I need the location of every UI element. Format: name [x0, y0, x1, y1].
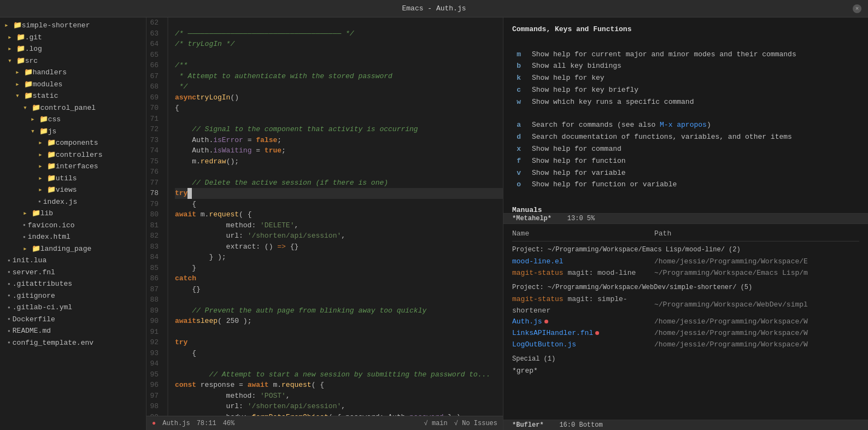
buffer-path: /home/jessie/Programming/Workspace/W [654, 328, 859, 339]
line-number-95: 95 [146, 369, 163, 380]
code-line-62 [175, 17, 503, 28]
sidebar-item-label: landing_page [40, 244, 92, 255]
buffer-item[interactable]: magit-status magit: mood-line~/Programmi… [512, 268, 859, 279]
code-line-98: url: '/shorten/api/session', [175, 401, 503, 412]
line-number-64: 64 [146, 39, 163, 50]
sidebar-item-modules[interactable]: ▸ 📁 modules [0, 79, 146, 91]
sidebar-item-favicon[interactable]: ● favicon.ico [0, 220, 146, 232]
sidebar-item-dockerfile[interactable]: ● Dockerfile [0, 314, 146, 326]
help-key: v [512, 168, 521, 179]
help-key: m [512, 49, 521, 61]
sidebar-item-label: components [56, 138, 98, 149]
sidebar-item-label: lib [40, 208, 53, 219]
buffer-item[interactable]: *grep* [512, 366, 859, 377]
sidebar-item-simple-shortener[interactable]: ▸ 📁 simple-shortener [0, 20, 146, 32]
sidebar-item-control_panel[interactable]: ▾ 📁 control_panel [0, 102, 146, 114]
line-number-78: 78 [146, 188, 163, 199]
metahelp-bar: *Metahelp* 13:0 5% [503, 213, 868, 224]
buffer-name: Auth.js [512, 317, 542, 326]
cursor [187, 188, 192, 199]
sidebar-item-git[interactable]: ▸ 📁 .git [0, 32, 146, 44]
sidebar-item-log[interactable]: ▸ 📁 .log [0, 43, 146, 55]
buffer-item[interactable]: magit-status magit: simple-shortener~/Pr… [512, 294, 859, 317]
line-number-90: 90 [146, 316, 163, 327]
sidebar-item-interfaces[interactable]: ▸ 📁 interfaces [0, 161, 146, 173]
sidebar-item-server-fnl[interactable]: ● server.fnl [0, 267, 146, 279]
sidebar-item-css[interactable]: ▸ 📁 css [0, 114, 146, 126]
sidebar-item-landing_page[interactable]: ▸ 📁 landing_page [0, 243, 146, 255]
code-line-81: method: 'DELETE', [175, 220, 503, 231]
folder-expanded-icon: ▾ 📁 [23, 103, 40, 114]
help-key: f [512, 156, 521, 167]
file-icon: ● [23, 234, 26, 240]
code-line-63: /* ———————————————————————————————————— … [175, 28, 503, 39]
help-row: kShow help for key [512, 73, 859, 84]
folder-icon: ▸ 📁 [38, 150, 56, 161]
help-key: x [512, 144, 521, 155]
editor-pane: 6263646566676869707172737475767778798081… [146, 17, 503, 430]
buffer-name-header: Name [512, 228, 654, 240]
buffer-item[interactable]: LinksAPIHandler.fnl/home/jessie/Programm… [512, 328, 859, 339]
buffer-name: mood-line.el [512, 257, 564, 266]
buffer-name: *grep* [512, 367, 538, 375]
status-bar: ● Auth.js 78:11 46% √ main √ No Issues [146, 416, 503, 430]
line-number-83: 83 [146, 241, 163, 252]
sidebar-item-gitattributes[interactable]: ● .gitattributes [0, 278, 146, 290]
buffer-item[interactable]: LogOutButton.js/home/jessie/Programming/… [512, 339, 859, 351]
sidebar-item-label: control_panel [40, 103, 96, 114]
code-content[interactable]: /* ———————————————————————————————————— … [168, 17, 503, 416]
help-row: aSearch for commands (see also M-x aprop… [512, 120, 859, 131]
sidebar-item-components[interactable]: ▸ 📁 components [0, 137, 146, 149]
help-row: xShow help for command [512, 144, 859, 155]
sidebar-item-config-template[interactable]: ● config_template.env [0, 337, 146, 349]
folder-expanded-icon: ▾ 📁 [31, 126, 48, 137]
sidebar-item-label: .git [25, 32, 42, 43]
folder-icon: ▸ 📁 [23, 244, 40, 255]
help-row: cShow help for key briefly [512, 85, 859, 96]
sidebar-item-js[interactable]: ▾ 📁 js [0, 126, 146, 138]
code-area[interactable]: 6263646566676869707172737475767778798081… [146, 17, 503, 416]
sidebar-item-lib[interactable]: ▸ 📁 lib [0, 208, 146, 220]
help-row: mShow help for current major and minor m… [512, 49, 859, 61]
sidebar-item-index-js[interactable]: ● index.js [0, 196, 146, 208]
line-number-75: 75 [146, 156, 163, 167]
line-number-80: 80 [146, 209, 163, 220]
line-number-81: 81 [146, 220, 163, 231]
sidebar-item-init-lua[interactable]: ● init.lua [0, 255, 146, 267]
file-tree[interactable]: ▸ 📁 simple-shortener▸ 📁 .git▸ 📁 .log▾ 📁 … [0, 17, 146, 430]
sidebar-item-src[interactable]: ▾ 📁 src [0, 55, 146, 67]
status-issues: √ No Issues [454, 420, 497, 427]
help-desc: Show all key bindings [532, 61, 621, 72]
line-number-89: 89 [146, 305, 163, 316]
sidebar-item-label: modules [33, 79, 63, 90]
help-rows: mShow help for current major and minor m… [512, 49, 859, 191]
buffer-name-extra: magit: mood-line [567, 269, 636, 277]
status-position: 78:11 [197, 420, 216, 427]
code-line-72: // Signal to the component that activity… [175, 124, 503, 135]
sidebar-item-gitignore[interactable]: ● .gitignore [0, 290, 146, 302]
help-panel[interactable]: Commands, Keys and Functions mShow help … [503, 17, 868, 213]
folder-icon: ▸ 📁 [38, 173, 56, 184]
sidebar-item-controllers[interactable]: ▸ 📁 controllers [0, 149, 146, 161]
sidebar-item-handlers[interactable]: ▸ 📁 handlers [0, 67, 146, 79]
sidebar-item-label: css [48, 114, 61, 125]
code-line-87: {} [175, 284, 503, 295]
line-number-91: 91 [146, 327, 163, 338]
sidebar-item-utils[interactable]: ▸ 📁 utils [0, 173, 146, 185]
code-line-79: { [175, 199, 503, 210]
sidebar-item-views[interactable]: ▸ 📁 views [0, 184, 146, 196]
help-link[interactable]: M-x apropos [660, 121, 707, 129]
folder-icon: ▸ 📁 [15, 67, 33, 78]
sidebar-item-index-html[interactable]: ● index.html [0, 231, 146, 243]
buffer-item[interactable]: mood-line.el/home/jessie/Programming/Wor… [512, 256, 859, 268]
close-button[interactable]: × [853, 4, 861, 13]
folder-icon: ▸ 📁 [38, 138, 56, 149]
sidebar-item-gitlab-ci[interactable]: ● .gitlab-ci.yml [0, 302, 146, 314]
buffer-projects: Project: ~/Programming/Workspace/Emacs L… [512, 245, 859, 377]
sidebar-item-static[interactable]: ▾ 📁 static [0, 90, 146, 102]
sidebar-item-label: simple-shortener [22, 20, 90, 31]
buffer-list[interactable]: Name Path Project: ~/Programming/Workspa… [503, 224, 868, 420]
line-number-79: 79 [146, 199, 163, 210]
buffer-item[interactable]: Auth.js/home/jessie/Programming/Workspac… [512, 316, 859, 328]
sidebar-item-readme[interactable]: ● README.md [0, 325, 146, 337]
